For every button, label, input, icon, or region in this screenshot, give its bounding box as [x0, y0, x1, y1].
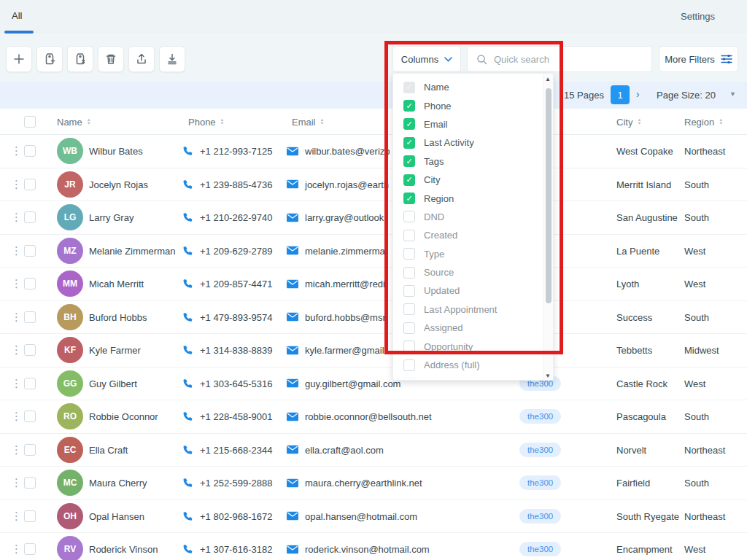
table-row[interactable]: ⋮MZMelanie Zimmerman+1 209-629-2789melan…: [0, 235, 747, 268]
contact-name[interactable]: Maura Cherry: [89, 478, 147, 489]
column-option[interactable]: DND: [393, 208, 553, 226]
row-checkbox[interactable]: [24, 278, 36, 289]
contact-email[interactable]: buford.hobbs@msn: [287, 311, 388, 322]
add-tag-button[interactable]: [36, 46, 63, 72]
contact-phone[interactable]: +1 212-993-7125: [182, 146, 272, 157]
column-checkbox[interactable]: [403, 192, 415, 204]
table-row[interactable]: ⋮MCMaura Cherry+1 252-599-2888maura.cher…: [0, 467, 747, 500]
column-option[interactable]: Region: [393, 189, 553, 207]
header-phone[interactable]: Phone: [188, 116, 225, 127]
contact-name[interactable]: Robbie Oconnor: [89, 411, 158, 422]
row-menu-kebab-icon[interactable]: ⋮: [11, 410, 22, 423]
add-contact-button[interactable]: [6, 46, 32, 72]
contact-email[interactable]: opal.hansen@hotmail.com: [287, 510, 417, 521]
row-checkbox[interactable]: [24, 477, 36, 489]
row-checkbox[interactable]: [24, 245, 36, 257]
column-option[interactable]: Last Appointment: [393, 300, 553, 319]
current-page-button[interactable]: 1: [611, 85, 630, 104]
column-option[interactable]: Email: [393, 115, 553, 133]
row-menu-kebab-icon[interactable]: ⋮: [11, 211, 22, 224]
contact-email[interactable]: robbie.oconnor@bellsouth.net: [287, 411, 432, 422]
column-checkbox[interactable]: [403, 230, 415, 241]
column-option[interactable]: Assigned: [393, 319, 553, 337]
column-option[interactable]: City: [393, 171, 553, 189]
scrollbar-thumb[interactable]: [546, 88, 551, 303]
next-page-chevron[interactable]: ›: [636, 88, 640, 100]
row-checkbox[interactable]: [24, 145, 36, 157]
row-menu-kebab-icon[interactable]: ⋮: [11, 443, 22, 456]
column-checkbox[interactable]: [403, 211, 415, 222]
contact-phone[interactable]: +1 210-262-9740: [182, 212, 272, 223]
column-checkbox[interactable]: [403, 322, 415, 334]
row-checkbox[interactable]: [24, 344, 36, 356]
settings-link[interactable]: Settings: [681, 11, 715, 22]
contact-email[interactable]: micah.merritt@redi: [287, 279, 385, 289]
contact-phone[interactable]: +1 252-599-2888: [182, 478, 272, 489]
contact-phone[interactable]: +1 802-968-1672: [182, 510, 272, 521]
sort-icon[interactable]: [719, 118, 723, 125]
tag-badge[interactable]: the300: [519, 542, 561, 556]
column-option[interactable]: Updated: [393, 281, 553, 300]
contact-phone[interactable]: +1 215-668-2344: [182, 444, 272, 455]
search-input[interactable]: [494, 54, 625, 65]
column-checkbox[interactable]: [403, 174, 415, 186]
contact-phone[interactable]: +1 314-838-8839: [182, 345, 272, 356]
contact-phone[interactable]: +1 209-629-2789: [182, 245, 272, 256]
column-checkbox[interactable]: [403, 118, 415, 130]
contact-phone[interactable]: +1 239-885-4736: [182, 179, 272, 190]
contact-name[interactable]: Micah Merritt: [89, 279, 144, 289]
column-option[interactable]: Name: [393, 78, 553, 96]
tag-badge[interactable]: the300: [519, 443, 561, 457]
column-option[interactable]: Type: [393, 245, 553, 263]
contact-email[interactable]: jocelyn.rojas@earth: [287, 179, 389, 190]
sort-icon[interactable]: [220, 118, 225, 125]
column-option[interactable]: Tags: [393, 152, 553, 171]
select-all-checkbox[interactable]: [24, 116, 36, 128]
column-checkbox[interactable]: [403, 137, 415, 149]
table-row[interactable]: ⋮WBWilbur Bates+1 212-993-7125wilbur.bat…: [0, 135, 747, 168]
contact-email[interactable]: guy.gilbert@gmail.com: [287, 378, 400, 389]
column-option[interactable]: Created: [393, 226, 553, 244]
contact-name[interactable]: Wilbur Bates: [89, 146, 143, 157]
contact-name[interactable]: Opal Hansen: [89, 510, 144, 521]
contact-phone[interactable]: +1 303-645-5316: [182, 378, 272, 389]
header-region[interactable]: Region: [684, 116, 723, 127]
column-checkbox[interactable]: [403, 100, 415, 112]
row-menu-kebab-icon[interactable]: ⋮: [11, 178, 22, 191]
contact-name[interactable]: Kyle Farmer: [89, 345, 141, 356]
contact-email[interactable]: maura.cherry@earthlink.net: [287, 478, 422, 489]
caret-down-icon[interactable]: ▼: [729, 90, 736, 98]
column-checkbox[interactable]: [403, 267, 415, 279]
row-menu-kebab-icon[interactable]: ⋮: [11, 476, 22, 489]
column-option[interactable]: Opportunity: [393, 337, 553, 355]
header-name[interactable]: Name: [57, 116, 91, 127]
header-email[interactable]: Email: [292, 116, 324, 127]
contact-name[interactable]: Jocelyn Rojas: [89, 179, 148, 190]
contact-email[interactable]: melanie.zimmerma: [287, 245, 385, 256]
sort-icon[interactable]: [320, 118, 325, 125]
dropdown-scrollbar[interactable]: ▲ ▼: [543, 74, 553, 381]
column-checkbox[interactable]: [403, 378, 415, 381]
row-checkbox[interactable]: [24, 378, 36, 389]
row-menu-kebab-icon[interactable]: ⋮: [11, 377, 22, 390]
column-option[interactable]: Last Activity: [393, 133, 553, 152]
page-size-selector[interactable]: Page Size: 20: [657, 90, 716, 101]
contact-email[interactable]: ella.craft@aol.com: [287, 444, 384, 455]
table-row[interactable]: ⋮GGGuy Gilbert+1 303-645-5316guy.gilbert…: [0, 368, 747, 401]
table-row[interactable]: ⋮MMMicah Merritt+1 209-857-4471micah.mer…: [0, 268, 747, 301]
row-checkbox[interactable]: [24, 179, 36, 190]
quick-search[interactable]: [467, 46, 652, 72]
column-checkbox[interactable]: [403, 82, 415, 93]
contact-email[interactable]: larry.gray@outlook.: [287, 212, 387, 223]
column-checkbox[interactable]: [403, 155, 415, 167]
contact-phone[interactable]: +1 228-458-9001: [182, 411, 272, 422]
row-checkbox[interactable]: [24, 211, 36, 223]
sort-icon[interactable]: [637, 118, 641, 125]
column-option[interactable]: Address (1st Line): [393, 374, 553, 381]
column-option[interactable]: Phone: [393, 96, 553, 114]
row-checkbox[interactable]: [24, 543, 36, 555]
contact-name[interactable]: Ella Craft: [89, 444, 128, 455]
column-option[interactable]: Source: [393, 263, 553, 281]
columns-dropdown-button[interactable]: Columns: [392, 46, 461, 72]
table-row[interactable]: ⋮KFKyle Farmer+1 314-838-8839kyle.farmer…: [0, 334, 747, 368]
